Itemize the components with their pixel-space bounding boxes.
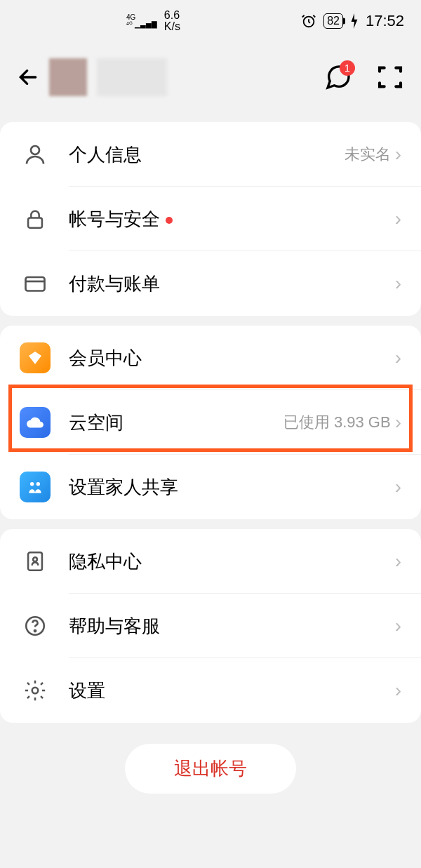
row-privacy[interactable]: 隐私中心 › [0,529,421,594]
vip-icon [20,342,51,373]
help-icon [20,610,51,641]
signal-icon: ⁴ᴳ ▁▃▅▇ [126,21,157,28]
svg-point-4 [30,482,34,486]
clock: 17:52 [366,12,404,30]
row-personal-info[interactable]: 个人信息 未实名 › [0,122,421,187]
row-label: 设置 [69,679,395,703]
svg-point-1 [31,146,39,154]
svg-rect-2 [28,218,42,228]
alert-dot [166,217,173,224]
row-account-security[interactable]: 帐号与安全 › [0,187,421,251]
row-label: 会员中心 [69,346,395,370]
person-icon [20,139,51,170]
svg-point-9 [34,630,36,632]
svg-point-5 [36,482,40,486]
row-family-sharing[interactable]: 设置家人共享 › [0,455,421,519]
logout-wrap: 退出帐号 [0,744,421,794]
row-label: 个人信息 [69,142,345,167]
chat-button[interactable]: 1 [324,63,352,91]
svg-rect-3 [26,277,45,291]
charging-icon [350,13,359,29]
row-label: 帮助与客服 [69,614,395,639]
logout-button[interactable]: 退出帐号 [125,744,296,794]
chevron-right-icon: › [395,681,401,700]
row-payment[interactable]: 付款与账单 › [0,251,421,316]
row-label: 帐号与安全 [69,207,395,232]
chevron-right-icon: › [395,145,401,164]
row-cloud-space[interactable]: 云空间 已使用 3.93 GB › [0,390,421,455]
avatar[interactable] [49,58,87,96]
chevron-right-icon: › [395,348,401,368]
row-value: 已使用 3.93 GB [283,412,391,433]
chat-badge: 1 [340,60,355,76]
chevron-right-icon: › [395,209,401,229]
svg-point-10 [32,688,39,694]
svg-point-7 [33,557,37,561]
family-icon [20,472,51,502]
speed-unit: K/s [164,21,180,32]
battery-indicator: 82 [323,13,343,29]
section-services: 会员中心 › 云空间 已使用 3.93 GB › 设置家人共享 › [0,326,421,519]
nav-bar: 1 [0,42,421,112]
lock-icon [20,203,51,234]
scan-button[interactable] [376,63,404,91]
row-value: 未实名 [345,144,391,165]
row-label: 云空间 [69,410,283,435]
status-network: 4G ⁴ᴳ ▁▃▅▇ 6.6 K/s [126,10,180,32]
cloud-icon [20,407,51,438]
chevron-right-icon: › [395,477,401,497]
row-label: 付款与账单 [69,272,395,296]
section-system: 隐私中心 › 帮助与客服 › 设置 › [0,529,421,723]
chevron-right-icon: › [395,274,401,293]
speed-value: 6.6 [164,10,180,21]
row-settings[interactable]: 设置 › [0,658,421,723]
row-member-center[interactable]: 会员中心 › [0,326,421,390]
username-blur [97,58,167,96]
back-button[interactable] [17,66,39,88]
row-help[interactable]: 帮助与客服 › [0,594,421,658]
alarm-icon [301,13,316,29]
chevron-right-icon: › [395,413,401,432]
privacy-icon [20,546,51,577]
gear-icon [20,675,51,706]
card-icon [20,268,51,299]
row-label: 隐私中心 [69,549,395,574]
chevron-right-icon: › [395,552,401,571]
section-account: 个人信息 未实名 › 帐号与安全 › 付款与账单 › [0,122,421,316]
row-label: 设置家人共享 [69,475,395,500]
status-bar: 4G ⁴ᴳ ▁▃▅▇ 6.6 K/s 82 17:52 [0,0,421,42]
chevron-right-icon: › [395,616,401,636]
